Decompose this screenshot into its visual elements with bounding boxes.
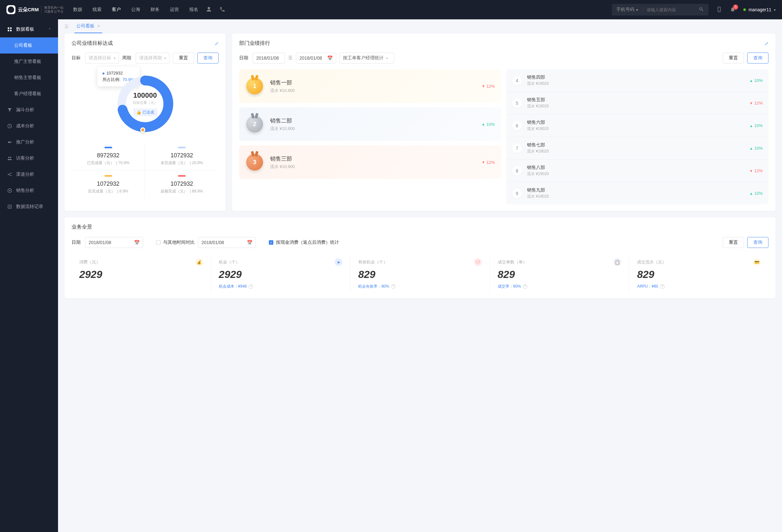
logo-icon [6,5,15,14]
rank-row[interactable]: 4 销售四部 流水 ¥19020 ▲10% [506,69,769,92]
donut-sub: 目标总量（元） [133,100,157,105]
user-icon[interactable] [206,6,212,13]
sidebar-flow[interactable]: 数据流转记录 [0,199,58,215]
nav-finance[interactable]: 财务 [150,7,159,12]
medal-icon: 2 [246,115,264,133]
rank-name: 销售八部 [527,165,548,171]
overview-query-button[interactable]: 查询 [747,237,769,248]
compare-label: 与其他时间对比 [163,240,195,245]
lbl-goal: 目标 [72,55,80,61]
podium-item[interactable]: 3 销售三部 流水 ¥10,900 ▼12% [239,145,501,179]
calendar-icon: 📅 [134,240,140,245]
goal-title: 公司业绩目标达成 [72,40,113,47]
rank-row[interactable]: 9 销售九部 流水 ¥19020 ▲10% [506,182,769,204]
stat-num: 1072932 [145,181,218,187]
select-goal[interactable]: 请选择目标▾ [85,52,119,64]
trend-badge: ▼12% [749,101,763,105]
cash-checkbox[interactable]: ✓ [269,240,273,245]
bell-icon[interactable]: 5 [730,6,736,13]
rank-query-button[interactable]: 查询 [747,52,769,64]
donut-tag: 👍 已达成 [133,108,157,116]
sidebar-company-board[interactable]: 公司看板 [0,37,58,54]
stat-label: 超额完成（元） | 89.9% [145,189,218,194]
tab-company-board[interactable]: 公司看板 ✕ [74,20,102,33]
expand-icon[interactable]: ⤢ [215,41,218,46]
donut-handle[interactable] [140,127,145,133]
stat-num: 1072932 [72,181,145,187]
sidebar-promo-board[interactable]: 推广主管看板 [0,54,58,70]
thumb-icon: 👍 [136,110,141,115]
select-stats-by[interactable]: 按工单客户经理统计▾ [340,52,394,64]
rank-num: 4 [512,76,522,85]
nav-data[interactable]: 数据 [73,7,82,12]
rank-num: 7 [512,143,522,153]
svg-rect-14 [8,205,11,209]
close-icon[interactable]: ✕ [97,24,100,28]
nav-signup[interactable]: 报名 [189,7,198,12]
donut-total: 100000 [133,91,157,100]
overview-date2[interactable]: 2018/01/08📅 [198,237,256,248]
podium-item[interactable]: 1 销售一部 流水 ¥10,900 ▼12% [239,69,501,103]
sidebar-sales[interactable]: 销售分析 [0,182,58,199]
metric-label: 有效机会（个） [358,259,387,265]
stat-item: 1072932 应完成量（元） | 8.9% [72,171,145,199]
metric-item: 有效机会（个） 🛡 829 机会有效率：80% ? [350,256,490,292]
metric-item: 机会（个） ➤ 2929 机会成本：¥948 ? [211,256,351,292]
select-period[interactable]: 请选择周期▾ [136,52,170,64]
search-box: 手机号码▾ [612,4,709,15]
stat-num: 8972932 [72,152,145,159]
hamburger-icon[interactable]: ☰ [65,24,69,29]
logo-subtitle: 教育机构一站 式服务云平台 [41,6,64,13]
device-icon[interactable] [716,6,722,13]
overview-reset-button[interactable]: 重置 [723,237,744,248]
help-icon[interactable]: ? [523,284,527,289]
overview-title: 业务全景 [72,224,769,230]
nav-customers[interactable]: 客户 [112,7,121,12]
compare-checkbox[interactable] [156,240,161,245]
search-icon[interactable] [694,7,709,13]
status-dot [743,8,746,11]
rank-row[interactable]: 8 销售八部 流水 ¥19020 ▼12% [506,159,769,182]
nav-leads[interactable]: 线索 [93,7,102,12]
svg-rect-3 [10,27,11,29]
expand-icon[interactable]: ⤢ [765,41,769,46]
sidebar-manager-board[interactable]: 客户经理看板 [0,86,58,102]
goal-query-button[interactable]: 查询 [197,52,218,64]
sidebar-channel[interactable]: 渠道分析 [0,166,58,182]
goal-reset-button[interactable]: 重置 [173,52,194,64]
calendar-icon: 📅 [247,240,252,245]
logo[interactable]: 云朵CRM 教育机构一站 式服务云平台 [6,5,64,14]
rank-date-from[interactable]: 2018/01/08 [253,52,285,64]
donut-chart[interactable]: 100000 目标总量（元） 👍 已达成 [114,73,176,135]
phone-icon[interactable] [219,6,225,13]
metric-value: 829 [637,269,761,281]
nav-pool[interactable]: 公海 [131,7,140,12]
rank-row[interactable]: 7 销售七部 流水 ¥19020 ▲10% [506,137,769,159]
search-input[interactable] [643,7,694,12]
help-icon[interactable]: ? [660,284,665,289]
overview-date1[interactable]: 2018/01/08📅 [85,237,143,248]
rank-title: 部门业绩排行 [239,40,270,47]
sidebar-promo[interactable]: 推广分析 [0,134,58,150]
user-menu[interactable]: manager11 ▾ [743,7,776,12]
metric-value: 2929 [79,269,203,281]
rank-date-to[interactable]: 2018/01/08📅 [296,52,336,64]
sidebar-funnel[interactable]: 漏斗分析 [0,102,58,118]
medal-icon: 3 [246,153,264,171]
help-icon[interactable]: ? [249,284,253,289]
help-icon[interactable]: ? [391,284,395,289]
topnav-links: 数据 线索 客户 公海 财务 运营 报名 [73,7,198,12]
sidebar-header-dashboard[interactable]: 数据看板 ⌃ [0,21,58,37]
rank-reset-button[interactable]: 重置 [723,52,744,64]
rank-name: 销售九部 [527,187,548,193]
podium-item[interactable]: 2 销售二部 流水 ¥10,900 ▲10% [239,107,501,141]
sidebar-cost[interactable]: 成本分析 [0,118,58,134]
rank-row[interactable]: 5 销售五部 流水 ¥19020 ▼12% [506,92,769,114]
nav-ops[interactable]: 运营 [170,7,179,12]
rank-row[interactable]: 6 销售六部 流水 ¥19020 ▲10% [506,114,769,137]
search-category[interactable]: 手机号码▾ [612,7,643,12]
sidebar-visitor[interactable]: 访客分析 [0,150,58,166]
stat-bar [104,147,112,148]
rank-num: 8 [512,166,522,176]
sidebar-sales-board[interactable]: 销售主管看板 [0,70,58,86]
